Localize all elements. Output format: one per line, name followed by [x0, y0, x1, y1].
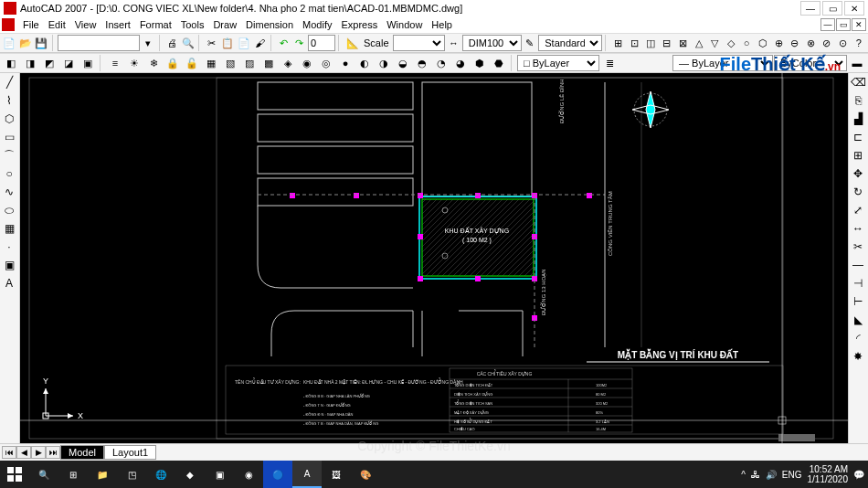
taskview-icon[interactable]: ⊞ [58, 461, 88, 488]
app6-icon[interactable]: 🎨 [351, 461, 380, 488]
t13[interactable]: ⊗ [803, 35, 819, 51]
acad-icon[interactable]: A [292, 461, 322, 488]
p10[interactable]: ▨ [240, 55, 259, 71]
p14[interactable]: ◎ [317, 55, 335, 71]
preview-icon[interactable]: 🔍 [181, 35, 196, 51]
mdi-restore[interactable]: ▭ [836, 18, 851, 31]
open-icon[interactable]: 📂 [18, 35, 34, 51]
extend-icon[interactable]: — [849, 256, 867, 274]
qnew-input[interactable] [58, 35, 140, 51]
pline-icon[interactable]: ⌇ [0, 91, 18, 110]
array-icon[interactable]: ⊞ [849, 146, 867, 164]
p18[interactable]: ◒ [394, 55, 412, 71]
layerprev-icon[interactable]: ☀ [125, 55, 143, 71]
paste-icon[interactable]: 📄 [237, 35, 252, 51]
join-icon[interactable]: ⊢ [849, 292, 867, 311]
tab-next[interactable]: ▶ [31, 446, 46, 459]
copy-icon2[interactable]: ⎘ [849, 91, 867, 110]
tab-model[interactable]: Model [60, 445, 104, 460]
dropdown-icon[interactable]: ▾ [141, 35, 156, 51]
fillet-icon[interactable]: ◜ [849, 329, 867, 347]
dim-icon[interactable]: ↔ [446, 35, 461, 51]
p17[interactable]: ◑ [375, 55, 393, 71]
copy-icon[interactable]: 📋 [220, 35, 236, 51]
t4[interactable]: ⊟ [659, 35, 674, 51]
plot-icon[interactable]: 🖨 [164, 35, 180, 51]
mirror-icon[interactable]: ▟ [849, 110, 867, 128]
text-icon[interactable]: A [0, 274, 18, 292]
lang-indicator[interactable]: ENG [782, 470, 802, 480]
t12[interactable]: ⊖ [788, 35, 803, 51]
color-select[interactable]: — ByLayer [672, 55, 773, 71]
tab-layout1[interactable]: Layout1 [104, 445, 156, 460]
move-icon[interactable]: ✥ [849, 164, 867, 183]
menu-view[interactable]: View [70, 17, 101, 32]
t3[interactable]: ◫ [643, 35, 659, 51]
dim-select[interactable]: DIM100 [462, 35, 522, 51]
p16[interactable]: ◐ [355, 55, 374, 71]
layer-icon[interactable]: ≡ [106, 55, 124, 71]
mdi-minimize[interactable]: — [820, 18, 835, 31]
tray-up-icon[interactable]: ^ [741, 470, 746, 480]
notifications-icon[interactable]: 💬 [853, 470, 864, 480]
undo-count[interactable] [308, 35, 335, 51]
rect-icon[interactable]: ▭ [0, 128, 18, 146]
trim-icon[interactable]: ✂ [849, 238, 867, 256]
volume-icon[interactable]: 🔊 [766, 470, 777, 480]
p12[interactable]: ◈ [279, 55, 297, 71]
app4-icon[interactable]: 🔵 [263, 461, 292, 488]
p6[interactable]: 🔒 [164, 55, 182, 71]
t9[interactable]: ○ [739, 35, 755, 51]
explorer-icon[interactable]: 📁 [88, 461, 117, 488]
t11[interactable]: ⊕ [771, 35, 787, 51]
t8[interactable]: ◇ [723, 35, 738, 51]
app1-icon[interactable]: ◳ [117, 461, 146, 488]
t15[interactable]: ⊙ [835, 35, 851, 51]
save-icon[interactable]: 💾 [34, 35, 49, 51]
p22[interactable]: ⬢ [471, 55, 489, 71]
tab-first[interactable]: ⏮ [2, 446, 16, 459]
t2[interactable]: ⊡ [627, 35, 642, 51]
lw-icon[interactable]: ▬ [848, 55, 866, 71]
new-icon[interactable]: 📄 [2, 35, 17, 51]
break-icon[interactable]: ⊣ [849, 274, 867, 292]
p13[interactable]: ◉ [298, 55, 316, 71]
p9[interactable]: ▧ [221, 55, 239, 71]
t14[interactable]: ⊘ [820, 35, 835, 51]
p3[interactable]: ◩ [40, 55, 58, 71]
layermgr-icon[interactable]: ≣ [600, 55, 619, 71]
tab-last[interactable]: ⏭ [46, 446, 60, 459]
rotate-icon[interactable]: ↻ [849, 183, 867, 201]
linetype-select[interactable]: ByColor [774, 55, 847, 71]
p21[interactable]: ◕ [451, 55, 470, 71]
tab-prev[interactable]: ◀ [16, 446, 31, 459]
scale-icon[interactable]: 📐 [344, 35, 360, 51]
menu-help[interactable]: Help [427, 17, 457, 32]
p4[interactable]: ◪ [59, 55, 78, 71]
mdi-close[interactable]: ✕ [852, 18, 866, 31]
p20[interactable]: ◔ [432, 55, 450, 71]
menu-modify[interactable]: Modify [298, 17, 336, 32]
clock[interactable]: 10:52 AM 1/11/2020 [808, 464, 849, 484]
menu-format[interactable]: Format [135, 17, 176, 32]
app3-icon[interactable]: ▣ [205, 461, 234, 488]
network-icon[interactable]: 🖧 [751, 470, 760, 480]
menu-insert[interactable]: Insert [101, 17, 135, 32]
t6[interactable]: △ [691, 35, 706, 51]
maximize-button[interactable]: ▭ [822, 1, 842, 16]
p2[interactable]: ◨ [21, 55, 39, 71]
block-icon[interactable]: ▣ [0, 256, 18, 274]
style-select[interactable]: Standard [538, 35, 602, 51]
spline-icon[interactable]: ∿ [0, 183, 18, 201]
redo-icon[interactable]: ↷ [292, 35, 308, 51]
menu-window[interactable]: Window [382, 17, 427, 32]
polygon-icon[interactable]: ⬡ [0, 110, 18, 128]
t1[interactable]: ⊞ [611, 35, 627, 51]
p11[interactable]: ▩ [259, 55, 278, 71]
menu-edit[interactable]: Edit [44, 17, 70, 32]
erase-icon[interactable]: ⌫ [849, 73, 867, 91]
menu-file[interactable]: File [18, 17, 44, 32]
t7[interactable]: ▽ [707, 35, 723, 51]
arc-icon[interactable]: ⌒ [0, 146, 18, 164]
p19[interactable]: ◓ [413, 55, 431, 71]
